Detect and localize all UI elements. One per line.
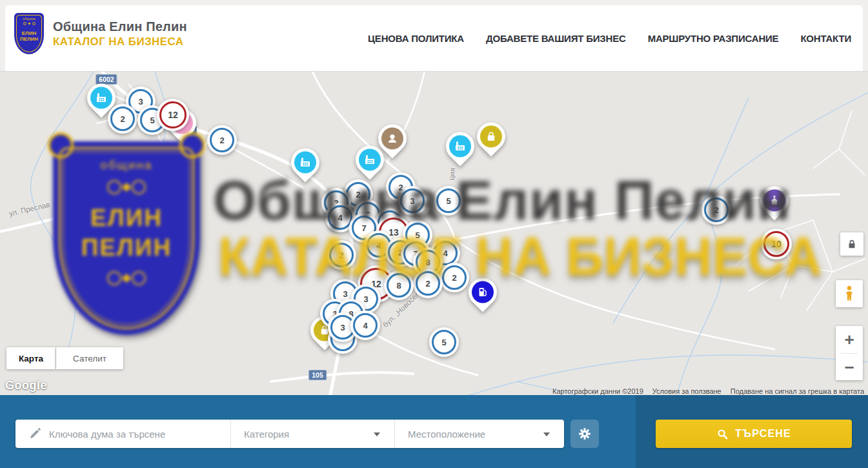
emblem-top-text: община [14,13,44,21]
cluster-count: 4 [350,310,380,340]
pegman-icon [842,285,856,302]
map-cluster[interactable]: 2 [108,104,137,134]
map-cluster[interactable]: 8 [384,270,414,300]
map-cluster[interactable]: 5 [429,327,459,357]
zoom-in-button[interactable]: + [836,326,863,353]
map-type-satellite-button[interactable]: Сателит [56,347,123,369]
chevron-down-icon [374,432,380,436]
cluster-count: 2 [701,195,731,225]
map-cluster[interactable]: 10 [761,229,792,259]
nav-item[interactable]: ЦЕНОВА ПОЛИТИКА [368,33,464,44]
page: община ЕЛИН ПЕЛИН Община Елин Пелин КАТА… [0,0,868,468]
cluster-count: 5 [434,186,463,216]
nav-item[interactable]: КОНТАКТИ [800,33,851,44]
keyword-section [15,420,231,448]
factory-icon [299,156,312,168]
factory-icon [95,91,108,104]
search-button[interactable]: ТЪРСЕНЕ [656,420,852,448]
road-number-badge: 105 [308,370,327,380]
map-lock-button[interactable] [840,232,863,256]
cluster-count: 8 [384,270,414,300]
church-icon [768,194,781,207]
street-label: ция [447,167,456,181]
map-cluster[interactable]: 2 [701,195,731,225]
fuel-icon [476,285,489,298]
municipality-emblem-icon: община ЕЛИН ПЕЛИН [14,13,44,54]
attribution-text: Картографски данни ©2019 [552,387,643,395]
cluster-count: 2 [413,269,443,298]
map-type-map-button[interactable]: Карта [6,347,56,369]
zoom-out-button[interactable]: − [836,354,863,381]
search-icon [716,428,729,440]
attribution-link[interactable]: Условия за ползване [652,387,722,395]
emblem-name: ЕЛИН ПЕЛИН [14,30,44,42]
main-nav: ЦЕНОВА ПОЛИТИКАДОБАВЕТЕ ВАШИЯТ БИЗНЕСМАР… [368,5,851,71]
map-cluster[interactable]: 2 [439,263,469,292]
cluster-count: 12 [157,99,189,131]
keyword-search-input[interactable] [49,429,210,440]
map-cluster[interactable]: 12 [157,99,189,131]
map-canvas[interactable]: ул. Преславбул. „Новоселция 6002105 3251… [0,71,868,395]
map-cluster[interactable]: 2 [413,269,443,298]
nav-item[interactable]: МАРШРУТНО РАЗПИСАНИЕ [648,33,779,44]
cluster-count: 2 [108,104,137,134]
map-cluster[interactable]: 4 [350,310,380,340]
cluster-count: 5 [429,327,459,357]
header: община ЕЛИН ПЕЛИН Община Елин Пелин КАТА… [5,5,863,71]
logo-text: Община Елин Пелин КАТАЛОГ НА БИЗНЕСА [53,19,187,48]
attribution-link[interactable]: Подаване на сигнал за грешка в картата [731,387,864,395]
logo-title: Община Елин Пелин [53,19,187,34]
logo-subtitle: КАТАЛОГ НА БИЗНЕСА [53,36,187,48]
map-type-control: Карта Сателит [6,347,123,369]
emblem-ornament [14,22,44,25]
location-dropdown[interactable]: Местоположение [395,420,564,448]
cluster-count: 2 [327,240,356,270]
map-attribution: Картографски данни ©2019Условия за ползв… [552,387,864,395]
chevron-down-icon [543,432,550,436]
map-cluster[interactable]: 5 [434,186,463,216]
map-cluster[interactable]: 2 [207,125,237,155]
pegman-button[interactable] [836,280,863,307]
bag-icon [485,130,498,143]
pencil-icon [28,427,41,443]
category-dropdown[interactable]: Категория [231,420,395,448]
worker-icon [386,132,399,145]
cluster-count: 2 [207,125,237,155]
category-dropdown-label: Категория [244,429,289,440]
search-form: Категория Местоположение [15,420,564,448]
site-logo[interactable]: община ЕЛИН ПЕЛИН Община Елин Пелин КАТА… [14,13,187,54]
lock-icon [846,238,858,250]
advanced-settings-button[interactable] [570,420,599,448]
google-logo[interactable]: Google [5,379,47,392]
cluster-count: 10 [761,229,792,259]
map-cluster[interactable]: 2 [327,240,356,270]
zoom-control: + − [836,326,863,380]
gear-icon [578,427,592,441]
cluster-count: 2 [439,263,469,292]
search-bar: Категория Местоположение [0,395,868,468]
nav-item[interactable]: ДОБАВЕТЕ ВАШИЯТ БИЗНЕС [486,33,626,44]
factory-icon [454,139,467,152]
search-button-label: ТЪРСЕНЕ [735,428,791,440]
factory-icon [363,153,376,166]
location-dropdown-label: Местоположение [408,429,485,440]
